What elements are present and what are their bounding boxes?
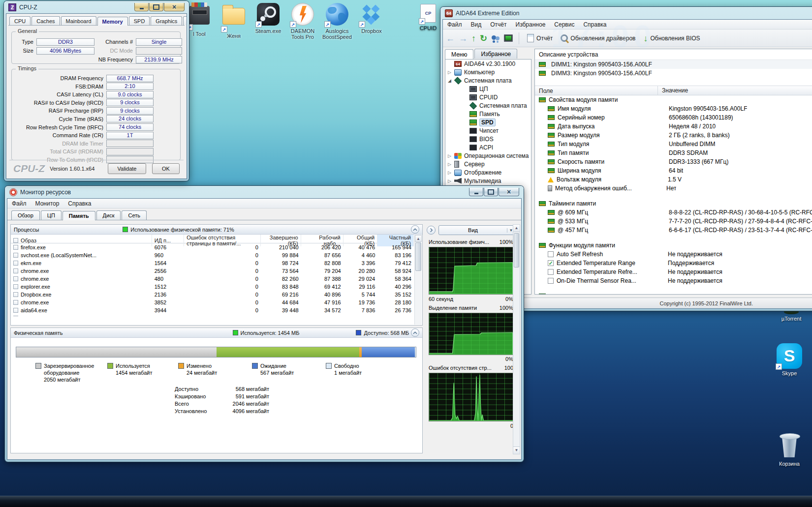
process-row[interactable]: chrome.exe 5696 0 29 700 46 240 23 240 2… <box>11 314 414 316</box>
checkbox[interactable] <box>13 308 18 313</box>
menu-item[interactable]: Справка <box>63 199 95 208</box>
expander-icon[interactable]: ▷ <box>448 162 454 167</box>
property-row[interactable]: Ширина модуля 64 bit <box>535 166 812 175</box>
menu-item[interactable]: Отчёт <box>486 20 511 29</box>
tree-item[interactable]: AIDA64 v2.30.1900 <box>445 60 531 68</box>
process-row[interactable]: chrome.exe 480 0 82 260 87 388 29 024 58… <box>11 275 414 283</box>
desktop-icon-cpuid[interactable]: CPUID <box>412 4 444 31</box>
collapse-button[interactable] <box>411 225 419 234</box>
device-row[interactable]: DIMM3: Kingston 9905403-156.A00LF <box>535 69 812 78</box>
property-row[interactable] <box>535 235 812 241</box>
tab[interactable]: Memory <box>97 17 128 26</box>
tree-item[interactable]: ▷ Мультимедиа <box>445 177 531 185</box>
tree-item[interactable]: Память <box>445 110 531 118</box>
tab[interactable]: Обзор <box>11 210 40 220</box>
scroll-thumb[interactable] <box>514 233 519 268</box>
tab[interactable]: SPD <box>129 16 150 25</box>
desktop-icon-recycle-bin[interactable]: Корзина <box>771 431 808 467</box>
process-row[interactable]: chrome.exe 2556 0 73 564 79 204 20 280 5… <box>11 267 414 275</box>
expander-icon[interactable]: ▷ <box>448 153 454 158</box>
column-value[interactable]: Значение <box>658 87 688 94</box>
tree-item[interactable]: ▷ Отображение <box>445 168 531 177</box>
desktop-icon-utorrent[interactable]: µTorrent <box>773 310 810 322</box>
property-row[interactable]: Auto Self Refresh Не поддерживается <box>535 250 812 259</box>
property-row[interactable] <box>535 193 812 199</box>
property-row[interactable]: Тайминги памяти <box>535 199 812 208</box>
checkbox[interactable] <box>13 245 18 250</box>
view-dropdown[interactable]: Вид ▼ <box>438 225 515 235</box>
checkbox[interactable] <box>13 253 18 258</box>
tree-item[interactable]: ЦП <box>445 85 531 93</box>
forward-icon[interactable]: → <box>459 34 468 43</box>
ok-button[interactable]: OK <box>152 163 180 174</box>
desktop-icon-skype[interactable]: Skype <box>771 343 808 376</box>
scroll-up-arrow[interactable]: ▲ <box>415 235 422 242</box>
property-row[interactable]: Дата выпуска Неделя 48 / 2010 <box>535 122 812 131</box>
menu-item[interactable]: Файл <box>7 199 31 208</box>
tree-item[interactable]: ▷ Сервер <box>445 160 531 168</box>
pane-tab[interactable]: Меню <box>445 49 473 59</box>
property-row[interactable]: @ 533 МГц 7-7-7-20 (CL-RCD-RP-RAS) / 27-… <box>535 217 812 226</box>
process-row[interactable]: ekrn.exe 1564 0 98 724 82 808 3 396 79 4… <box>11 259 414 267</box>
tab[interactable]: Caches <box>31 16 60 25</box>
tree-item[interactable]: ◢ Системная плата <box>445 76 531 85</box>
tree-item[interactable]: ▷ Операционная система <box>445 151 531 160</box>
property-row[interactable]: On-Die Thermal Sensor Rea... Не поддержи… <box>535 276 812 285</box>
collapse-button[interactable] <box>411 328 419 337</box>
property-row[interactable]: Имя модуля Kingston 9905403-156.A00LF <box>535 104 812 113</box>
expander-icon[interactable]: ▷ <box>448 179 454 183</box>
close-button[interactable] <box>164 3 185 11</box>
property-row[interactable]: Тип модуля Unbuffered DIMM <box>535 140 812 149</box>
tree-item[interactable]: ACPI <box>445 143 531 151</box>
property-row[interactable]: Функции модуля памяти <box>535 241 812 250</box>
menu-item[interactable]: Избранное <box>511 20 550 29</box>
process-row[interactable]: chrome.exe 3852 0 44 684 47 916 19 736 2… <box>11 298 414 306</box>
bios-updates-button[interactable]: ↓ Обновления BIOS <box>642 32 702 44</box>
taskbar[interactable] <box>0 496 812 507</box>
report-button[interactable]: Отчёт <box>525 32 555 44</box>
monitor-icon[interactable] <box>504 34 513 42</box>
checkbox[interactable] <box>13 292 18 297</box>
menu-item[interactable]: Монитор <box>31 199 64 208</box>
checkbox[interactable] <box>13 300 18 305</box>
tree-item[interactable]: CPUID <box>445 93 531 101</box>
process-row[interactable]: firefox.exe 6076 0 210 040 206 420 40 47… <box>11 243 414 251</box>
scroll-up-arrow[interactable]: ▲ <box>513 225 520 232</box>
cpuz-titlebar[interactable]: CPU-Z <box>6 1 187 13</box>
desktop-icon[interactable]: Dropbox <box>354 3 389 40</box>
tab[interactable]: ЦП <box>41 210 62 220</box>
maximize-button[interactable] <box>149 3 163 11</box>
property-row[interactable]: Серийный номер 65068608h (143001189) <box>535 113 812 122</box>
minimize-button[interactable] <box>469 188 483 196</box>
process-row[interactable]: aida64.exe 3944 0 39 448 34 572 7 836 26… <box>11 306 414 314</box>
property-row[interactable]: Свойства модуля памяти <box>535 95 812 104</box>
tab[interactable]: About <box>183 16 187 25</box>
tree-item[interactable]: BIOS <box>445 135 531 143</box>
desktop-icon[interactable]: Женя <box>217 3 251 40</box>
expander-icon[interactable]: ▷ <box>448 170 454 175</box>
desktop-icon[interactable]: DAEMON Tools Pro <box>285 3 320 40</box>
menu-item[interactable]: Вид <box>467 20 486 29</box>
tab[interactable]: Graphics <box>151 16 182 25</box>
tab[interactable]: Память <box>62 211 95 220</box>
device-row[interactable]: DIMM1: Kingston 9905403-156.A00LF <box>535 60 812 69</box>
validate-button[interactable]: Validate <box>108 163 146 174</box>
menu-item[interactable]: Файл <box>443 20 467 29</box>
process-row[interactable]: explorer.exe 1512 0 83 848 69 412 29 116… <box>11 283 414 291</box>
column-field[interactable]: Поле <box>535 86 658 95</box>
back-icon[interactable]: ← <box>446 34 455 43</box>
checkbox[interactable] <box>13 276 18 281</box>
tab[interactable]: CPU <box>9 16 31 25</box>
minimize-button[interactable] <box>134 3 149 11</box>
tab[interactable]: Сеть <box>122 210 146 220</box>
process-row[interactable]: Dropbox.exe 2136 0 69 216 40 896 5 744 3… <box>11 291 414 298</box>
property-row[interactable]: Скорость памяти DDR3-1333 (667 МГц) <box>535 157 812 166</box>
tree-item[interactable]: SPD <box>445 118 531 126</box>
process-row[interactable]: svchost.exe (LocalSystemNet... 960 0 99 … <box>11 251 414 259</box>
resmon-titlebar[interactable]: Монитор ресурсов <box>7 186 522 198</box>
tree-item[interactable]: Системная плата <box>445 101 531 110</box>
users-icon[interactable] <box>491 34 500 42</box>
window-scrollbar[interactable]: ▲ ▼ <box>513 224 520 454</box>
checkbox[interactable] <box>13 316 18 316</box>
checkbox[interactable] <box>13 268 18 273</box>
